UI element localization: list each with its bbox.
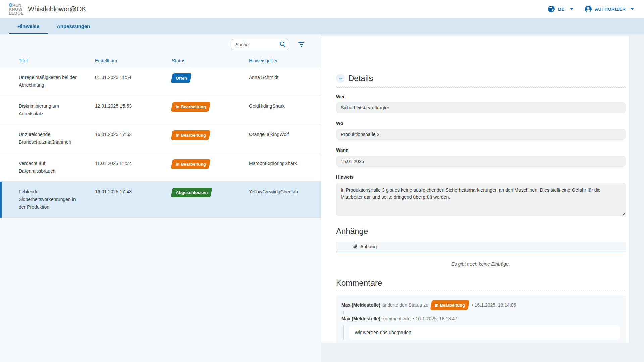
filter-icon[interactable]	[297, 41, 306, 48]
main-content: TitelErstellt amStatusHinweisgeber Unreg…	[0, 34, 644, 362]
top-bar: OPEN KNOW LEDGE Whistleblower@OK DE AUTH…	[0, 0, 644, 18]
table-row[interactable]: Fehlende Sicherheitsvorkehrungen in der …	[0, 182, 321, 218]
comment-timestamp: • 16.1.2025, 18:14:05	[472, 301, 516, 309]
search-row	[0, 34, 321, 54]
app-window: OPEN KNOW LEDGE Whistleblower@OK DE AUTH…	[0, 0, 644, 362]
tab-label: Hinweise	[17, 23, 39, 29]
status-badge: Offen	[171, 73, 191, 83]
field-label: Wer	[336, 94, 626, 99]
status-badge: In Bearbeitung	[171, 102, 210, 112]
collapse-chevron-icon[interactable]	[336, 74, 345, 83]
comment-author: Max (Meldestelle)	[341, 315, 380, 323]
table-header: TitelErstellt amStatusHinweisgeber	[0, 54, 321, 67]
attachments-heading: Anhänge	[336, 227, 368, 236]
status-badge-label: Offen	[176, 75, 187, 81]
row-title: Verdacht auf Datenmissbrauch	[19, 160, 95, 175]
attachment-tab-label: Anhang	[360, 244, 377, 249]
field-label: Wo	[336, 121, 626, 126]
comment-entry: Max (Meldestelle) kommentierte • 16.1.20…	[341, 315, 620, 323]
status-badge-label: Abgeschlossen	[176, 190, 208, 195]
row-created-at: 01.01.2025 11:54	[95, 74, 172, 81]
comment-author: Max (Meldestelle)	[341, 301, 380, 309]
status-badge: In Bearbeitung	[430, 300, 469, 310]
field-value[interactable]: Produktionshalle 3	[336, 129, 626, 140]
status-badge-label: In Bearbeitung	[435, 302, 465, 308]
logo-line: OPEN	[9, 3, 24, 7]
row-created-at: 16.01.2025 17:53	[95, 131, 172, 138]
comments-box: Max (Meldestelle) änderte den Status zu …	[336, 295, 626, 343]
field-value[interactable]: Sicherheitsbeauftragter	[336, 102, 626, 113]
comments-heading: Kommentare	[336, 278, 382, 288]
table-body: Unregelmäßigkeiten bei der Abrechnung 01…	[0, 67, 321, 218]
detail-field: Wann 15.01.2025	[336, 147, 626, 167]
user-menu[interactable]: AUTHORIZER	[585, 5, 634, 13]
row-title: Diskriminierung am Arbeitsplatz	[19, 102, 95, 118]
row-reporter: MaroonExploringShark	[249, 160, 321, 167]
chevron-down-icon	[631, 8, 634, 10]
details-section-header: Details	[336, 74, 626, 88]
status-badge-label: In Bearbeitung	[176, 104, 206, 110]
comment-item: Max (Meldestelle) änderte den Status zu …	[341, 300, 620, 310]
detail-field: Wo Produktionshalle 3	[336, 121, 626, 140]
table-row[interactable]: Unzureichende Brandschutzmaßnahmen 16.01…	[0, 124, 321, 153]
row-status-cell: Offen	[172, 74, 249, 83]
timeline-connector	[343, 311, 344, 314]
app-title: Whistleblower@OK	[28, 5, 86, 13]
detail-field: Hinweis In Produktionshalle 3 gibt es ke…	[336, 174, 626, 216]
row-status-cell: In Bearbeitung	[172, 160, 249, 169]
status-badge: In Bearbeitung	[171, 159, 210, 169]
status-badge-label: In Bearbeitung	[176, 161, 206, 167]
row-reporter: OrangeTalkingWolf	[249, 131, 321, 138]
user-label: AUTHORIZER	[595, 7, 626, 12]
comments-section-header: Kommentare	[336, 278, 626, 292]
openknowledge-logo[interactable]: OPEN KNOW LEDGE	[9, 3, 24, 15]
comment-timestamp: • 16.1.2025, 18:18:47	[413, 315, 457, 323]
row-title: Unzureichende Brandschutzmaßnahmen	[19, 131, 95, 146]
comment-action: kommentierte	[382, 315, 411, 323]
column-header[interactable]: Titel	[19, 58, 95, 63]
row-created-at: 11.01.2025 11:52	[95, 160, 172, 167]
logo-line: KNOW	[9, 7, 24, 11]
details-fields: Wer Sicherheitsbeauftragter Wo Produktio…	[336, 94, 626, 216]
comment-text: Wir werden das überprüfen!	[349, 325, 620, 340]
search-icon[interactable]	[279, 41, 286, 49]
column-header[interactable]: Erstellt am	[95, 58, 172, 63]
attachments-section-header: Anhänge	[336, 227, 626, 241]
person-icon	[585, 5, 592, 13]
comment-bubble-wrap: Wir werden das überprüfen!	[343, 325, 620, 340]
language-menu[interactable]: DE	[548, 5, 573, 13]
table-row[interactable]: Diskriminierung am Arbeitsplatz 12.01.20…	[0, 96, 321, 124]
field-textarea[interactable]: In Produktionshalle 3 gibt es keine ausr…	[336, 183, 626, 216]
logo-line: LEDGE	[9, 11, 24, 15]
detail-region: Details Wer Sicherheitsbeauftragter Wo P…	[321, 34, 644, 362]
table-row[interactable]: Verdacht auf Datenmissbrauch 11.01.2025 …	[0, 153, 321, 182]
row-status-cell: In Bearbeitung	[172, 131, 249, 140]
row-created-at: 12.01.2025 15:53	[95, 102, 172, 110]
comments-section: Kommentare Max (Meldestelle) änderte den…	[336, 278, 626, 343]
tab[interactable]: Hinweise	[9, 18, 48, 34]
tab-label: Anpassungen	[57, 23, 90, 29]
column-header[interactable]: Status	[172, 58, 249, 63]
table-row[interactable]: Unregelmäßigkeiten bei der Abrechnung 01…	[0, 67, 321, 96]
row-reporter: GoldHidingShark	[249, 102, 321, 110]
tab[interactable]: Anpassungen	[48, 18, 99, 34]
row-status-cell: In Bearbeitung	[172, 102, 249, 112]
field-label: Wann	[336, 147, 626, 153]
tab-bar: HinweiseAnpassungen	[0, 18, 644, 34]
attachments-empty-text: Es gibt noch keine Einträge.	[336, 261, 626, 267]
status-badge: Abgeschlossen	[171, 188, 212, 197]
chevron-down-icon	[570, 8, 573, 10]
row-title: Fehlende Sicherheitsvorkehrungen in der …	[19, 188, 95, 211]
row-status-cell: Abgeschlossen	[172, 188, 249, 197]
language-label: DE	[558, 7, 564, 12]
topbar-actions: DE AUTHORIZER	[548, 5, 634, 13]
field-value[interactable]: 15.01.2025	[336, 156, 626, 167]
column-header[interactable]: Hinweisgeber	[249, 58, 321, 63]
reports-list-panel: TitelErstellt amStatusHinweisgeber Unreg…	[0, 34, 321, 362]
attachment-tab[interactable]: Anhang	[336, 242, 626, 252]
paperclip-icon	[353, 244, 358, 250]
row-reporter: Anna Schmidt	[249, 74, 321, 81]
globe-icon	[548, 5, 555, 13]
status-badge-label: In Bearbeitung	[176, 132, 206, 138]
search-box	[231, 39, 289, 50]
